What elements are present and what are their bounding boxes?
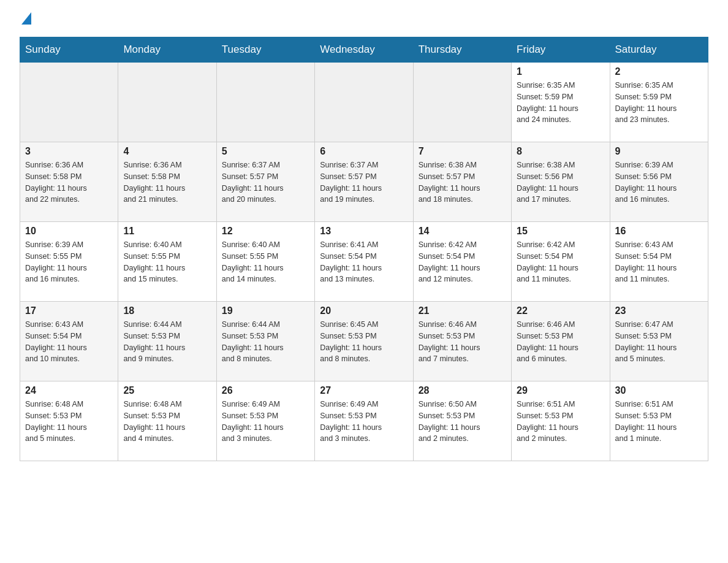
day-info: Sunrise: 6:35 AMSunset: 5:59 PMDaylight:… xyxy=(615,80,703,126)
day-info: Sunrise: 6:38 AMSunset: 5:57 PMDaylight:… xyxy=(419,159,506,205)
day-info: Sunrise: 6:38 AMSunset: 5:56 PMDaylight:… xyxy=(517,159,604,205)
day-info: Sunrise: 6:37 AMSunset: 5:57 PMDaylight:… xyxy=(222,159,309,205)
calendar-cell: 21Sunrise: 6:46 AMSunset: 5:53 PMDayligh… xyxy=(413,302,511,381)
calendar-cell: 29Sunrise: 6:51 AMSunset: 5:53 PMDayligh… xyxy=(512,381,610,461)
calendar-cell: 9Sunrise: 6:39 AMSunset: 5:56 PMDaylight… xyxy=(610,142,708,222)
weekday-header-wednesday: Wednesday xyxy=(315,37,413,63)
weekday-header-sunday: Sunday xyxy=(20,37,118,63)
calendar-week-5: 24Sunrise: 6:48 AMSunset: 5:53 PMDayligh… xyxy=(20,381,708,461)
day-info: Sunrise: 6:47 AMSunset: 5:53 PMDaylight:… xyxy=(615,319,703,365)
day-number: 18 xyxy=(123,305,211,316)
calendar-cell: 26Sunrise: 6:49 AMSunset: 5:53 PMDayligh… xyxy=(216,381,314,461)
day-number: 15 xyxy=(517,226,604,237)
calendar-cell: 20Sunrise: 6:45 AMSunset: 5:53 PMDayligh… xyxy=(315,302,413,381)
day-number: 28 xyxy=(419,385,506,396)
day-info: Sunrise: 6:46 AMSunset: 5:53 PMDaylight:… xyxy=(419,319,506,365)
day-number: 12 xyxy=(222,226,309,237)
calendar-cell: 5Sunrise: 6:37 AMSunset: 5:57 PMDaylight… xyxy=(216,142,314,222)
day-info: Sunrise: 6:40 AMSunset: 5:55 PMDaylight:… xyxy=(123,239,211,285)
calendar-cell: 11Sunrise: 6:40 AMSunset: 5:55 PMDayligh… xyxy=(118,222,216,302)
calendar-header: SundayMondayTuesdayWednesdayThursdayFrid… xyxy=(20,37,708,63)
day-number: 6 xyxy=(320,146,408,157)
day-info: Sunrise: 6:43 AMSunset: 5:54 PMDaylight:… xyxy=(25,319,113,365)
day-number: 30 xyxy=(615,385,703,396)
day-number: 17 xyxy=(25,305,113,316)
day-number: 14 xyxy=(419,226,506,237)
calendar-week-1: 1Sunrise: 6:35 AMSunset: 5:59 PMDaylight… xyxy=(20,63,708,142)
logo-triangle-icon xyxy=(21,12,31,25)
day-number: 5 xyxy=(222,146,309,157)
day-info: Sunrise: 6:48 AMSunset: 5:53 PMDaylight:… xyxy=(123,399,211,445)
calendar-cell: 2Sunrise: 6:35 AMSunset: 5:59 PMDaylight… xyxy=(610,63,708,142)
day-number: 9 xyxy=(615,146,703,157)
day-number: 22 xyxy=(517,305,604,316)
day-info: Sunrise: 6:36 AMSunset: 5:58 PMDaylight:… xyxy=(123,159,211,205)
calendar-cell: 1Sunrise: 6:35 AMSunset: 5:59 PMDaylight… xyxy=(512,63,610,142)
calendar-cell: 28Sunrise: 6:50 AMSunset: 5:53 PMDayligh… xyxy=(413,381,511,461)
calendar-cell: 22Sunrise: 6:46 AMSunset: 5:53 PMDayligh… xyxy=(512,302,610,381)
calendar-cell: 19Sunrise: 6:44 AMSunset: 5:53 PMDayligh… xyxy=(216,302,314,381)
calendar-body: 1Sunrise: 6:35 AMSunset: 5:59 PMDaylight… xyxy=(20,63,708,461)
weekday-header-tuesday: Tuesday xyxy=(216,37,314,63)
calendar-week-4: 17Sunrise: 6:43 AMSunset: 5:54 PMDayligh… xyxy=(20,302,708,381)
day-number: 3 xyxy=(25,146,113,157)
day-info: Sunrise: 6:48 AMSunset: 5:53 PMDaylight:… xyxy=(25,399,113,445)
calendar-cell: 4Sunrise: 6:36 AMSunset: 5:58 PMDaylight… xyxy=(118,142,216,222)
day-info: Sunrise: 6:42 AMSunset: 5:54 PMDaylight:… xyxy=(419,239,506,285)
calendar-cell: 8Sunrise: 6:38 AMSunset: 5:56 PMDaylight… xyxy=(512,142,610,222)
day-info: Sunrise: 6:46 AMSunset: 5:53 PMDaylight:… xyxy=(517,319,604,365)
calendar-cell: 18Sunrise: 6:44 AMSunset: 5:53 PMDayligh… xyxy=(118,302,216,381)
calendar-cell xyxy=(118,63,216,142)
day-number: 13 xyxy=(320,226,408,237)
day-number: 25 xyxy=(123,385,211,396)
calendar-cell xyxy=(413,63,511,142)
weekday-header-thursday: Thursday xyxy=(413,37,511,63)
calendar-cell: 10Sunrise: 6:39 AMSunset: 5:55 PMDayligh… xyxy=(20,222,118,302)
day-info: Sunrise: 6:49 AMSunset: 5:53 PMDaylight:… xyxy=(222,399,309,445)
weekday-header-friday: Friday xyxy=(512,37,610,63)
day-info: Sunrise: 6:37 AMSunset: 5:57 PMDaylight:… xyxy=(320,159,408,205)
calendar-cell: 24Sunrise: 6:48 AMSunset: 5:53 PMDayligh… xyxy=(20,381,118,461)
day-info: Sunrise: 6:44 AMSunset: 5:53 PMDaylight:… xyxy=(222,319,309,365)
day-info: Sunrise: 6:49 AMSunset: 5:53 PMDaylight:… xyxy=(320,399,408,445)
calendar-cell: 17Sunrise: 6:43 AMSunset: 5:54 PMDayligh… xyxy=(20,302,118,381)
calendar-week-2: 3Sunrise: 6:36 AMSunset: 5:58 PMDaylight… xyxy=(20,142,708,222)
day-number: 24 xyxy=(25,385,113,396)
calendar-cell: 27Sunrise: 6:49 AMSunset: 5:53 PMDayligh… xyxy=(315,381,413,461)
calendar-cell: 12Sunrise: 6:40 AMSunset: 5:55 PMDayligh… xyxy=(216,222,314,302)
weekday-header-row: SundayMondayTuesdayWednesdayThursdayFrid… xyxy=(20,37,708,63)
day-number: 29 xyxy=(517,385,604,396)
weekday-header-monday: Monday xyxy=(118,37,216,63)
page-header xyxy=(20,15,708,27)
calendar-week-3: 10Sunrise: 6:39 AMSunset: 5:55 PMDayligh… xyxy=(20,222,708,302)
day-number: 27 xyxy=(320,385,408,396)
day-info: Sunrise: 6:43 AMSunset: 5:54 PMDaylight:… xyxy=(615,239,703,285)
calendar-cell: 14Sunrise: 6:42 AMSunset: 5:54 PMDayligh… xyxy=(413,222,511,302)
weekday-header-saturday: Saturday xyxy=(610,37,708,63)
calendar-cell: 6Sunrise: 6:37 AMSunset: 5:57 PMDaylight… xyxy=(315,142,413,222)
day-info: Sunrise: 6:35 AMSunset: 5:59 PMDaylight:… xyxy=(517,80,604,126)
day-number: 16 xyxy=(615,226,703,237)
day-info: Sunrise: 6:44 AMSunset: 5:53 PMDaylight:… xyxy=(123,319,211,365)
calendar-cell: 25Sunrise: 6:48 AMSunset: 5:53 PMDayligh… xyxy=(118,381,216,461)
day-info: Sunrise: 6:40 AMSunset: 5:55 PMDaylight:… xyxy=(222,239,309,285)
day-info: Sunrise: 6:51 AMSunset: 5:53 PMDaylight:… xyxy=(517,399,604,445)
day-number: 2 xyxy=(615,66,703,77)
calendar-cell xyxy=(315,63,413,142)
day-info: Sunrise: 6:51 AMSunset: 5:53 PMDaylight:… xyxy=(615,399,703,445)
calendar-table: SundayMondayTuesdayWednesdayThursdayFrid… xyxy=(20,37,708,461)
calendar-cell: 16Sunrise: 6:43 AMSunset: 5:54 PMDayligh… xyxy=(610,222,708,302)
day-number: 4 xyxy=(123,146,211,157)
day-number: 21 xyxy=(419,305,506,316)
day-number: 20 xyxy=(320,305,408,316)
day-info: Sunrise: 6:39 AMSunset: 5:55 PMDaylight:… xyxy=(25,239,113,285)
day-info: Sunrise: 6:42 AMSunset: 5:54 PMDaylight:… xyxy=(517,239,604,285)
calendar-cell: 13Sunrise: 6:41 AMSunset: 5:54 PMDayligh… xyxy=(315,222,413,302)
day-number: 7 xyxy=(419,146,506,157)
day-info: Sunrise: 6:41 AMSunset: 5:54 PMDaylight:… xyxy=(320,239,408,285)
calendar-cell xyxy=(20,63,118,142)
day-info: Sunrise: 6:39 AMSunset: 5:56 PMDaylight:… xyxy=(615,159,703,205)
calendar-cell xyxy=(216,63,314,142)
calendar-cell: 3Sunrise: 6:36 AMSunset: 5:58 PMDaylight… xyxy=(20,142,118,222)
day-number: 26 xyxy=(222,385,309,396)
